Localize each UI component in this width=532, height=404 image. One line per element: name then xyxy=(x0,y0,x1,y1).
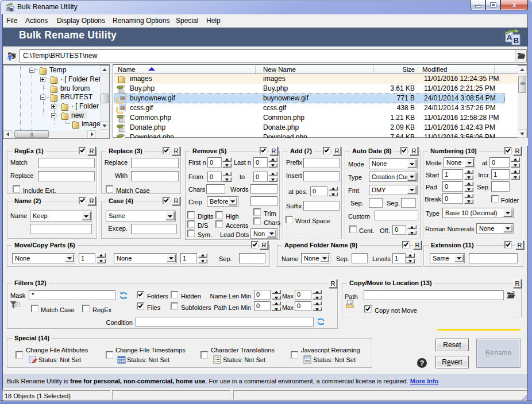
svg-text:B: B xyxy=(10,7,13,12)
svg-text:A: A xyxy=(6,6,10,11)
svg-text:A: A xyxy=(507,33,512,42)
svg-text:B: B xyxy=(514,36,519,45)
